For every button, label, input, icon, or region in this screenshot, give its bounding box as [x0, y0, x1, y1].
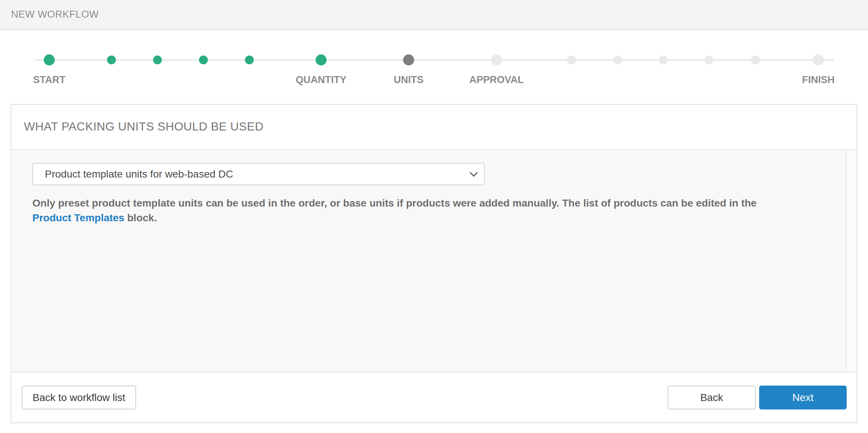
step-label-units: UNITS: [394, 74, 424, 86]
workflow-stepper: STARTQUANTITYUNITSAPPROVALFINISH: [0, 30, 868, 104]
step-label-approval: APPROVAL: [469, 74, 524, 86]
step-dot[interactable]: [107, 56, 116, 64]
help-text-after-link: block.: [124, 212, 157, 223]
step-dot[interactable]: [245, 56, 254, 64]
step-dot[interactable]: [659, 56, 668, 64]
new-workflow-page: NEW WORKFLOW STARTQUANTITYUNITSAPPROVALF…: [0, 0, 868, 433]
back-button[interactable]: Back: [668, 386, 756, 409]
step-dot[interactable]: [153, 56, 162, 64]
step-label-quantity: QUANTITY: [296, 74, 346, 86]
step-dot-quantity[interactable]: [316, 54, 327, 65]
step-dot[interactable]: [199, 56, 208, 64]
help-text-before-link: Only preset product template units can b…: [32, 197, 757, 209]
product-templates-link[interactable]: Product Templates: [32, 212, 124, 223]
step-label-start: START: [33, 74, 65, 86]
step-dot-units[interactable]: [403, 54, 414, 65]
next-button[interactable]: Next: [759, 386, 847, 409]
page-header: NEW WORKFLOW: [0, 0, 868, 30]
panel-footer-divider: [11, 372, 857, 373]
chevron-down-icon: [469, 172, 478, 177]
step-dot[interactable]: [751, 56, 760, 64]
panel-title: WHAT PACKING UNITS SHOULD BE USED: [24, 104, 264, 149]
step-label-finish: FINISH: [802, 74, 835, 86]
step-dot[interactable]: [704, 56, 713, 64]
scrollbar-gutter: [846, 150, 857, 372]
step-dot[interactable]: [613, 56, 622, 64]
step-dot[interactable]: [567, 56, 576, 64]
step-dot-finish[interactable]: [813, 54, 824, 65]
back-to-workflow-list-button[interactable]: Back to workflow list: [22, 386, 136, 409]
step-dot-approval[interactable]: [491, 54, 502, 65]
step-dot-start[interactable]: [44, 54, 55, 65]
packing-units-select[interactable]: Product template units for web-based DC: [32, 163, 485, 185]
units-help-text: Only preset product template units can b…: [32, 196, 812, 225]
packing-units-select-value: Product template units for web-based DC: [45, 168, 233, 180]
page-title: NEW WORKFLOW: [11, 9, 99, 20]
